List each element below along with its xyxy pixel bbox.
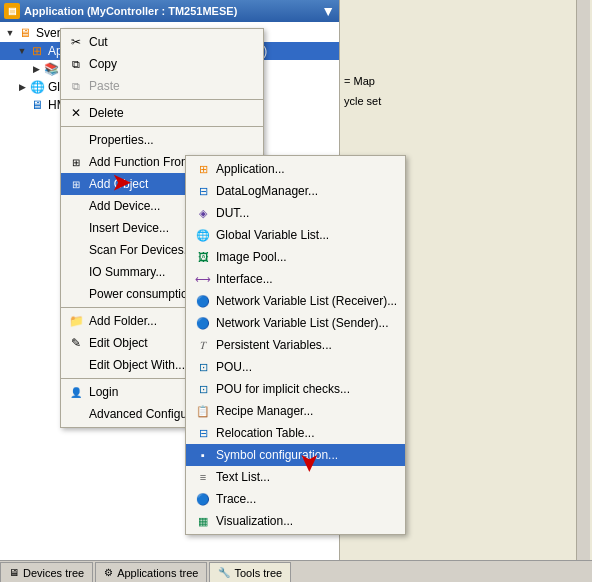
submenu-label-persistent: Persistent Variables...: [216, 338, 332, 352]
submenu-label-gvl: Global Variable List...: [216, 228, 329, 242]
dut-icon: ◈: [194, 205, 212, 221]
tab-label-devices: Devices tree: [23, 567, 84, 579]
submenu-item-trace[interactable]: 🔵 Trace...: [186, 488, 405, 510]
submenu-label-dut: DUT...: [216, 206, 249, 220]
tab-label-applications: Applications tree: [117, 567, 198, 579]
add-object-icon: ⊞: [67, 176, 85, 192]
sep-2: [61, 126, 263, 127]
menu-item-cut[interactable]: ✂ Cut: [61, 31, 263, 53]
tab-bar: 🖥 Devices tree ⚙ Applications tree 🔧 Too…: [0, 560, 592, 582]
map-label: = Map: [344, 75, 375, 87]
pou-icon: ⊡: [194, 359, 212, 375]
edit-object-icon: ✎: [67, 335, 85, 351]
submenu-item-nvl-sender[interactable]: 🔵 Network Variable List (Sender)...: [186, 312, 405, 334]
add-template-icon: ⊞: [67, 154, 85, 170]
submenu-item-application[interactable]: ⊞ Application...: [186, 158, 405, 180]
menu-item-delete[interactable]: ✕ Delete: [61, 102, 263, 124]
insert-device-icon: [67, 220, 85, 236]
visualization-icon: ▦: [194, 513, 212, 529]
submenu-label-trace: Trace...: [216, 492, 256, 506]
menu-label-add-device: Add Device...: [89, 199, 160, 213]
tree-header-dropdown[interactable]: ▼: [321, 3, 335, 19]
arrow-down-2: ➤: [296, 454, 322, 472]
submenu-label-text-list: Text List...: [216, 470, 270, 484]
submenu-item-relocation[interactable]: ⊟ Relocation Table...: [186, 422, 405, 444]
interface-icon: ⟷: [194, 271, 212, 287]
edit-object-with-icon: [67, 357, 85, 373]
submenu-label-pou: POU...: [216, 360, 252, 374]
submenu-label-recipe: Recipe Manager...: [216, 404, 313, 418]
menu-label-copy: Copy: [89, 57, 117, 71]
submenu-item-recipe[interactable]: 📋 Recipe Manager...: [186, 400, 405, 422]
tree-header: ▤ Application (MyController : TM251MESE)…: [0, 0, 339, 22]
submenu-item-nvl-receiver[interactable]: 🔵 Network Variable List (Receiver)...: [186, 290, 405, 312]
submenu-label-interface: Interface...: [216, 272, 273, 286]
expander-library: ▶: [30, 63, 42, 75]
nvl-receiver-icon: 🔵: [194, 293, 212, 309]
sep-1: [61, 99, 263, 100]
submenu-label-relocation: Relocation Table...: [216, 426, 315, 440]
add-object-submenu: ⊞ Application... ⊟ DataLogManager... ◈ D…: [185, 155, 406, 535]
global-icon: 🌐: [29, 79, 45, 95]
scan-icon: [67, 242, 85, 258]
menu-item-paste[interactable]: ⧉ Paste: [61, 75, 263, 97]
submenu-label-imagepool: Image Pool...: [216, 250, 287, 264]
copy-icon: ⧉: [67, 56, 85, 72]
imagepool-icon: 🖼: [194, 249, 212, 265]
login-icon: 👤: [67, 384, 85, 400]
submenu-item-dut[interactable]: ◈ DUT...: [186, 202, 405, 224]
submenu-label-application: Application...: [216, 162, 285, 176]
recipe-icon: 📋: [194, 403, 212, 419]
submenu-label-nvl-receiver: Network Variable List (Receiver)...: [216, 294, 397, 308]
submenu-label-datalogmanager: DataLogManager...: [216, 184, 318, 198]
tab-devices[interactable]: 🖥 Devices tree: [0, 562, 93, 582]
relocation-icon: ⊟: [194, 425, 212, 441]
arrow-right-1: ➤: [112, 170, 130, 196]
persistent-icon: 𝑇: [194, 337, 212, 353]
tree-header-title: Application (MyController : TM251MESE): [24, 5, 237, 17]
expander-global: ▶: [16, 81, 28, 93]
datalog-icon: ⊟: [194, 183, 212, 199]
submenu-item-pou[interactable]: ⊡ POU...: [186, 356, 405, 378]
menu-label-delete: Delete: [89, 106, 124, 120]
submenu-label-pou-implicit: POU for implicit checks...: [216, 382, 350, 396]
applications-tab-icon: ⚙: [104, 567, 113, 578]
expander-root: ▼: [4, 27, 16, 39]
power-icon: [67, 286, 85, 302]
menu-item-copy[interactable]: ⧉ Copy: [61, 53, 263, 75]
menu-label-io-summary: IO Summary...: [89, 265, 165, 279]
menu-label-edit-object-with: Edit Object With...: [89, 358, 185, 372]
submenu-item-visualization[interactable]: ▦ Visualization...: [186, 510, 405, 532]
app-icon: ⊞: [29, 43, 45, 59]
submenu-item-imagepool[interactable]: 🖼 Image Pool...: [186, 246, 405, 268]
tab-tools[interactable]: 🔧 Tools tree: [209, 562, 291, 582]
expander-application: ▼: [16, 45, 28, 57]
submenu-label-visualization: Visualization...: [216, 514, 293, 528]
properties-icon: [67, 132, 85, 148]
submenu-item-datalogmanager[interactable]: ⊟ DataLogManager...: [186, 180, 405, 202]
menu-label-properties: Properties...: [89, 133, 154, 147]
menu-label-insert-device: Insert Device...: [89, 221, 169, 235]
nvl-sender-icon: 🔵: [194, 315, 212, 331]
menu-label-edit-object: Edit Object: [89, 336, 148, 350]
submenu-item-interface[interactable]: ⟷ Interface...: [186, 268, 405, 290]
tools-tab-icon: 🔧: [218, 567, 230, 578]
submenu-item-gvl[interactable]: 🌐 Global Variable List...: [186, 224, 405, 246]
tree-header-icon: ▤: [4, 3, 20, 19]
menu-label-login: Login: [89, 385, 118, 399]
submenu-label-nvl-sender: Network Variable List (Sender)...: [216, 316, 389, 330]
gvl-icon: 🌐: [194, 227, 212, 243]
app-submenu-icon: ⊞: [194, 161, 212, 177]
right-vscroll[interactable]: [576, 0, 590, 560]
pou-implicit-icon: ⊡: [194, 381, 212, 397]
menu-item-properties[interactable]: Properties...: [61, 129, 263, 151]
menu-label-cut: Cut: [89, 35, 108, 49]
paste-icon: ⧉: [67, 78, 85, 94]
expander-hmi: [16, 99, 28, 111]
tab-applications[interactable]: ⚙ Applications tree: [95, 562, 207, 582]
submenu-item-pou-implicit[interactable]: ⊡ POU for implicit checks...: [186, 378, 405, 400]
io-summary-icon: [67, 264, 85, 280]
tab-label-tools: Tools tree: [234, 567, 282, 579]
cut-icon: ✂: [67, 34, 85, 50]
submenu-item-persistent[interactable]: 𝑇 Persistent Variables...: [186, 334, 405, 356]
